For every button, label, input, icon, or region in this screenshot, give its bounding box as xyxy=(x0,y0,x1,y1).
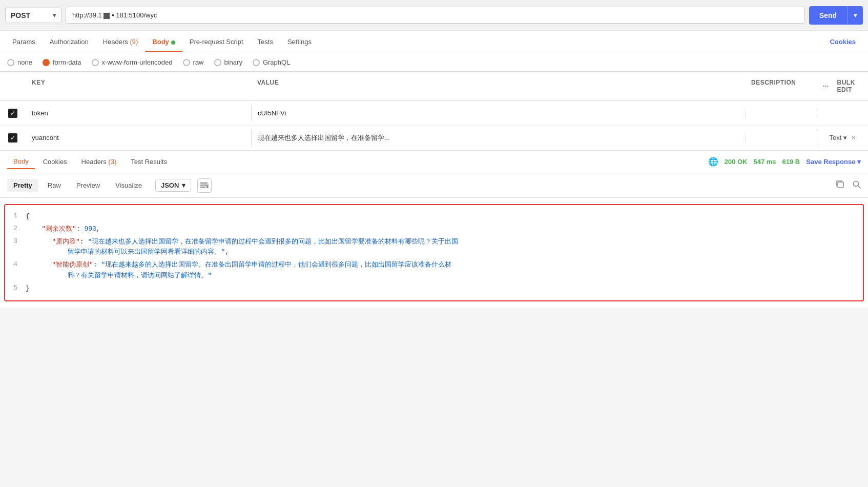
method-select[interactable]: POST ▾ xyxy=(5,8,61,23)
radio-graphql[interactable]: GraphQL xyxy=(253,58,290,66)
format-type-selector[interactable]: JSON ▾ xyxy=(155,179,191,192)
format-tab-raw[interactable]: Raw xyxy=(42,179,67,192)
radio-raw[interactable]: raw xyxy=(183,58,204,66)
radio-none[interactable]: none xyxy=(7,58,32,66)
url-bar[interactable]: http://39.1 ▪.181:5100/wyc xyxy=(66,7,805,24)
col-header-actions: ··· Bulk Edit xyxy=(817,76,868,96)
close-row-icon[interactable]: × xyxy=(851,133,856,143)
json-line-4: 4 "智能伪原创": "现在越来越多的人选择出国留学。在准备出国留学申请的过程中… xyxy=(5,259,863,282)
wrap-icon xyxy=(200,182,209,189)
json-line-2: 2 "剩余次数": 993, xyxy=(5,223,863,236)
top-bar: POST ▾ http://39.1 ▪.181:5100/wyc Send ▾ xyxy=(0,0,868,31)
response-bar: Body Cookies Headers (3) Test Results 🌐 … xyxy=(0,151,868,173)
radio-graphql-circle xyxy=(253,59,260,66)
radio-raw-circle xyxy=(183,59,190,66)
json-line-5: 5 } xyxy=(5,282,863,295)
row-1-desc[interactable] xyxy=(745,109,817,117)
row-2-key[interactable]: yuancont xyxy=(26,130,251,146)
method-chevron: ▾ xyxy=(53,12,56,19)
line-num-5: 5 xyxy=(5,283,26,293)
checkbox-token[interactable]: ✓ xyxy=(8,109,17,118)
form-data-table: KEY VALUE DESCRIPTION ··· Bulk Edit ✓ to… xyxy=(0,72,868,151)
radio-form-data[interactable]: form-data xyxy=(43,58,81,66)
tab-body[interactable]: Body xyxy=(145,32,182,52)
response-tab-cookies[interactable]: Cookies xyxy=(37,155,73,169)
checkbox-yuancont[interactable]: ✓ xyxy=(8,133,17,143)
radio-urlencoded[interactable]: x-www-form-urlencoded xyxy=(92,58,173,66)
col-header-key: KEY xyxy=(26,76,251,96)
search-button[interactable] xyxy=(853,180,861,191)
status-code: 200 OK xyxy=(725,158,748,166)
table-header: KEY VALUE DESCRIPTION ··· Bulk Edit xyxy=(0,72,868,101)
radio-none-circle xyxy=(7,59,14,66)
format-tab-visualize[interactable]: Visualize xyxy=(109,179,148,192)
response-tab-test-results[interactable]: Test Results xyxy=(125,155,173,169)
search-icon xyxy=(853,180,861,189)
line-num-4: 4 xyxy=(5,260,26,270)
tab-cookies[interactable]: Cookies xyxy=(822,32,863,52)
line-num-2: 2 xyxy=(5,224,26,234)
body-type-row: none form-data x-www-form-urlencoded raw… xyxy=(0,53,868,72)
line-num-3: 3 xyxy=(5,237,26,247)
row-2-check[interactable]: ✓ xyxy=(0,133,26,143)
type-badge[interactable]: Text ▾ xyxy=(830,134,847,141)
send-label: Send xyxy=(809,6,847,25)
send-button[interactable]: Send ▾ xyxy=(809,6,863,25)
send-arrow: ▾ xyxy=(847,7,863,24)
response-size: 619 B xyxy=(782,158,800,166)
line-num-1: 1 xyxy=(5,211,26,221)
json-response-area: 1 { 2 "剩余次数": 993, 3 "原内容": "现在越来也多人选择出国… xyxy=(0,198,868,308)
col-header-check xyxy=(0,76,26,96)
copy-button[interactable] xyxy=(835,179,844,191)
row-1-actions xyxy=(817,109,868,117)
request-tabs: Params Authorization Headers (9) Body Pr… xyxy=(0,31,868,53)
radio-form-data-circle xyxy=(43,59,50,66)
radio-binary-circle xyxy=(214,59,221,66)
method-label: POST xyxy=(11,11,30,19)
format-row: Pretty Raw Preview Visualize JSON ▾ xyxy=(0,173,868,198)
json-line-1: 1 { xyxy=(5,210,863,223)
row-2-value[interactable]: 现在越来也多人选择出国留学，在准备留学... xyxy=(251,129,745,147)
dots-header-icon: ··· xyxy=(823,83,829,90)
json-line-3: 3 "原内容": "现在越来也多人选择出国留学，在准备留学申请的过程中会遇到很多… xyxy=(5,236,863,259)
svg-rect-3 xyxy=(838,182,843,188)
response-tab-body[interactable]: Body xyxy=(7,154,35,169)
tab-tests[interactable]: Tests xyxy=(251,32,280,52)
tab-settings[interactable]: Settings xyxy=(280,32,319,52)
globe-icon: 🌐 xyxy=(708,157,718,167)
format-tab-pretty[interactable]: Pretty xyxy=(7,179,38,192)
response-time: 547 ms xyxy=(753,158,776,166)
body-active-dot xyxy=(171,40,175,45)
radio-urlencoded-circle xyxy=(92,59,99,66)
save-response-button[interactable]: Save Response ▾ xyxy=(806,158,861,166)
response-tab-headers[interactable]: Headers (3) xyxy=(75,155,123,169)
copy-icon xyxy=(835,179,844,189)
url-text: http://39.1 ▪.181:5100/wyc xyxy=(72,11,157,19)
row-2-actions: Text ▾ × xyxy=(817,129,868,147)
radio-binary[interactable]: binary xyxy=(214,58,242,66)
tab-pre-request-script[interactable]: Pre-request Script xyxy=(182,32,251,52)
tab-params[interactable]: Params xyxy=(5,32,43,52)
col-header-description: DESCRIPTION xyxy=(745,76,817,96)
bulk-edit-label: Bulk Edit xyxy=(837,79,862,93)
svg-line-5 xyxy=(858,186,861,188)
table-row: ✓ token cUI5NFVi xyxy=(0,101,868,126)
col-header-value: VALUE xyxy=(251,76,745,96)
tab-authorization[interactable]: Authorization xyxy=(43,32,96,52)
wrap-toggle-button[interactable] xyxy=(197,178,212,193)
row-1-key[interactable]: token xyxy=(26,105,251,121)
row-2-desc[interactable] xyxy=(745,134,817,142)
json-viewer: 1 { 2 "剩余次数": 993, 3 "原内容": "现在越来也多人选择出国… xyxy=(4,204,864,301)
response-status-group: 🌐 200 OK 547 ms 619 B Save Response ▾ xyxy=(708,157,861,167)
row-1-value[interactable]: cUI5NFVi xyxy=(251,105,745,121)
row-1-check[interactable]: ✓ xyxy=(0,109,26,118)
table-row: ✓ yuancont 现在越来也多人选择出国留学，在准备留学... Text ▾… xyxy=(0,126,868,150)
tab-headers[interactable]: Headers (9) xyxy=(96,32,146,52)
format-tab-preview[interactable]: Preview xyxy=(70,179,106,192)
